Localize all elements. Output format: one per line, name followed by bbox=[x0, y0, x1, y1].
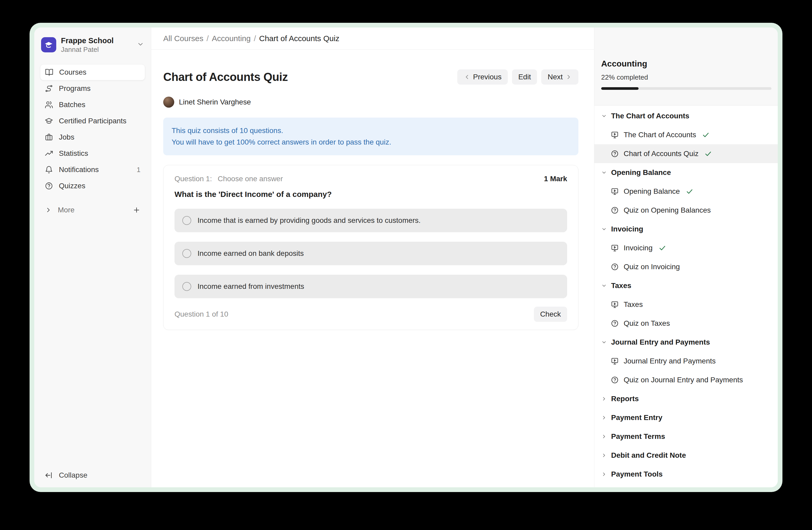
radio-button[interactable] bbox=[182, 249, 191, 258]
workspace-user: Jannat Patel bbox=[61, 45, 132, 54]
radio-button[interactable] bbox=[182, 216, 191, 225]
chapter-row[interactable]: Payment Terms bbox=[594, 427, 778, 446]
check-button[interactable]: Check bbox=[534, 307, 567, 322]
chapter-row[interactable]: Opening Balance bbox=[594, 163, 778, 182]
lesson-item-row[interactable]: The Chart of Accounts bbox=[594, 125, 778, 144]
chapter-row[interactable]: Taxes bbox=[594, 276, 778, 295]
chevron-right-icon[interactable] bbox=[601, 415, 607, 420]
quiz-page: Chart of Accounts Quiz Previous Edit Nex… bbox=[151, 50, 594, 487]
lesson-item-row[interactable]: Opening Balance bbox=[594, 182, 778, 201]
sidebar-item-label: Statistics bbox=[59, 149, 88, 158]
chapter-row[interactable]: Payment Entry bbox=[594, 408, 778, 427]
bell-icon bbox=[45, 166, 53, 174]
check-label: Check bbox=[540, 310, 561, 318]
chapter-row[interactable]: Debit and Credit Note bbox=[594, 446, 778, 465]
sidebar-item-jobs[interactable]: Jobs bbox=[40, 129, 145, 145]
chapter-row[interactable]: Invoicing bbox=[594, 220, 778, 239]
item-label: Taxes bbox=[624, 301, 643, 309]
chevron-down-icon[interactable] bbox=[601, 113, 607, 119]
video-lesson-icon bbox=[611, 187, 619, 196]
video-lesson-icon bbox=[611, 244, 619, 252]
sidebar-item-quizzes[interactable]: Quizzes bbox=[40, 178, 145, 194]
graduation-cap-icon bbox=[44, 40, 54, 50]
answer-options: Income that is earned by providing goods… bbox=[174, 209, 567, 298]
app-window: Frappe School Jannat Patel CoursesProgra… bbox=[34, 28, 778, 487]
breadcrumb-separator: / bbox=[206, 34, 208, 43]
lesson-item-row[interactable]: Taxes bbox=[594, 295, 778, 314]
completed-check-icon bbox=[686, 187, 694, 195]
radio-button[interactable] bbox=[182, 282, 191, 291]
sidebar-item-certified-participants[interactable]: Certified Participants bbox=[40, 113, 145, 129]
chevron-right-icon[interactable] bbox=[601, 434, 607, 440]
sidebar-item-label: Notifications bbox=[59, 166, 99, 174]
quiz-item-row[interactable]: Chart of Accounts Quiz bbox=[594, 144, 778, 163]
author-avatar bbox=[163, 97, 174, 108]
chapter-row[interactable]: Reports bbox=[594, 389, 778, 408]
sidebar-item-courses[interactable]: Courses bbox=[40, 64, 145, 80]
answer-option-2[interactable]: Income earned on bank deposits bbox=[174, 242, 567, 265]
chevron-right-icon[interactable] bbox=[601, 471, 607, 477]
chapter-title: Journal Entry and Payments bbox=[611, 338, 710, 346]
plus-icon[interactable] bbox=[133, 206, 141, 214]
next-button[interactable]: Next bbox=[541, 69, 578, 85]
item-label: Quiz on Opening Balances bbox=[624, 206, 711, 214]
chapter-title: Opening Balance bbox=[611, 168, 671, 177]
chevron-right-icon bbox=[45, 206, 52, 214]
item-label: Invoicing bbox=[624, 244, 653, 252]
notice-line-2: You will have to get 100% correct answer… bbox=[172, 137, 570, 148]
lesson-item-row[interactable]: Invoicing bbox=[594, 239, 778, 257]
chapter-row[interactable]: The Chart of Accounts bbox=[594, 107, 778, 125]
chevron-right-icon[interactable] bbox=[601, 452, 607, 458]
question-number-label: Question 1: bbox=[174, 175, 212, 183]
quiz-icon bbox=[611, 263, 619, 271]
breadcrumb-link[interactable]: All Courses bbox=[163, 34, 203, 43]
left-sidebar: Frappe School Jannat Patel CoursesProgra… bbox=[34, 28, 151, 487]
question-progress: Question 1 of 10 bbox=[174, 310, 228, 318]
breadcrumb-link[interactable]: Accounting bbox=[212, 34, 251, 43]
breadcrumb: All Courses/Accounting/Chart of Accounts… bbox=[163, 34, 339, 43]
chevron-right-icon[interactable] bbox=[601, 396, 607, 402]
quiz-icon bbox=[611, 376, 619, 384]
chevron-down-icon[interactable] bbox=[601, 226, 607, 232]
sidebar-item-notifications[interactable]: Notifications1 bbox=[40, 162, 145, 178]
sidebar-item-label: Quizzes bbox=[59, 182, 85, 190]
chapter-title: Debit and Credit Note bbox=[611, 451, 686, 460]
chapter-row[interactable]: Journal Entry and Payments bbox=[594, 333, 778, 352]
question-marks: 1 Mark bbox=[544, 175, 567, 183]
sidebar-item-programs[interactable]: Programs bbox=[40, 80, 145, 97]
notice-line-1: This quiz consists of 10 questions. bbox=[172, 125, 570, 137]
page-title: Chart of Accounts Quiz bbox=[163, 70, 288, 84]
quiz-item-row[interactable]: Quiz on Opening Balances bbox=[594, 201, 778, 220]
quiz-icon bbox=[611, 319, 619, 327]
chapter-row[interactable]: Payment Tools bbox=[594, 465, 778, 484]
collapse-sidebar-button[interactable]: Collapse bbox=[45, 471, 87, 479]
frappe-school-logo bbox=[41, 37, 56, 52]
chapter-title: Taxes bbox=[611, 281, 631, 290]
users-icon bbox=[45, 100, 53, 109]
lesson-item-row[interactable]: Journal Entry and Payments bbox=[594, 352, 778, 371]
notification-count-badge: 1 bbox=[137, 166, 141, 174]
quiz-item-row[interactable]: Quiz on Taxes bbox=[594, 314, 778, 333]
collapse-label: Collapse bbox=[59, 471, 87, 479]
briefcase-icon bbox=[45, 133, 53, 141]
chevron-down-icon[interactable] bbox=[601, 283, 607, 289]
quiz-item-row[interactable]: Quiz on Invoicing bbox=[594, 257, 778, 276]
item-label: Opening Balance bbox=[624, 187, 680, 196]
chapter-title: Payment Terms bbox=[611, 432, 665, 441]
quiz-item-row[interactable]: Quiz on Journal Entry and Payments bbox=[594, 371, 778, 389]
chapter-title: Reports bbox=[611, 395, 639, 403]
progress-bar bbox=[601, 87, 771, 90]
chevron-down-icon[interactable] bbox=[601, 170, 607, 176]
sidebar-item-statistics[interactable]: Statistics bbox=[40, 145, 145, 162]
answer-option-1[interactable]: Income that is earned by providing goods… bbox=[174, 209, 567, 232]
chevron-down-icon[interactable] bbox=[137, 41, 144, 49]
quiz-actions: Previous Edit Next bbox=[457, 69, 578, 85]
answer-option-3[interactable]: Income earned from investments bbox=[174, 275, 567, 298]
workspace-switcher[interactable]: Frappe School Jannat Patel bbox=[40, 34, 145, 55]
sidebar-item-more[interactable]: More bbox=[40, 202, 145, 218]
chevron-down-icon[interactable] bbox=[601, 339, 607, 345]
sidebar-item-batches[interactable]: Batches bbox=[40, 97, 145, 113]
edit-button[interactable]: Edit bbox=[512, 69, 537, 85]
previous-button[interactable]: Previous bbox=[457, 69, 508, 85]
main-area: All Courses/Accounting/Chart of Accounts… bbox=[151, 28, 594, 487]
